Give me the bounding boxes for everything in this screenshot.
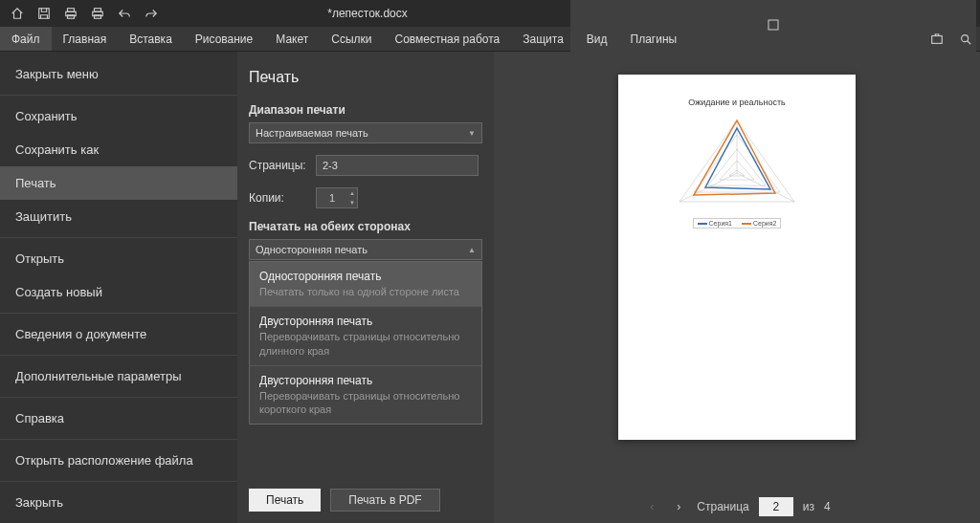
menu-save-as[interactable]: Сохранить как bbox=[0, 133, 237, 166]
page-navigator: ‹ › Страница из 4 bbox=[494, 490, 980, 523]
tab-plugins[interactable]: Плагины bbox=[619, 27, 689, 51]
menu-open[interactable]: Открыть bbox=[0, 242, 237, 275]
page-label: Страница bbox=[697, 500, 748, 513]
minimize-button[interactable]: — bbox=[756, 0, 791, 6]
tab-bar: Файл Главная Вставка Рисование Макет Ссы… bbox=[0, 27, 980, 52]
menu-save[interactable]: Сохранить bbox=[0, 99, 237, 133]
copies-label: Копии: bbox=[249, 191, 306, 205]
svg-rect-3 bbox=[68, 15, 75, 19]
radar-chart bbox=[665, 111, 809, 216]
menu-doc-info[interactable]: Сведения о документе bbox=[0, 317, 237, 351]
quickprint-icon[interactable] bbox=[84, 0, 111, 27]
tab-file[interactable]: Файл bbox=[0, 27, 52, 51]
page-input[interactable] bbox=[759, 497, 793, 516]
svg-rect-8 bbox=[932, 35, 943, 43]
page-total: 4 bbox=[824, 500, 831, 513]
tab-home[interactable]: Главная bbox=[52, 27, 119, 51]
preview-pane: Ожидание и реальность bbox=[494, 52, 980, 523]
home-icon[interactable] bbox=[4, 0, 31, 27]
menu-create-new[interactable]: Создать новый bbox=[0, 275, 237, 309]
spin-up-icon[interactable]: ▲ bbox=[347, 188, 357, 198]
sides-option-3[interactable]: Двусторонняя печать Переворачивать стран… bbox=[250, 366, 481, 425]
chevron-down-icon: ▼ bbox=[468, 129, 476, 138]
next-page-button[interactable]: › bbox=[670, 498, 687, 515]
tab-collab[interactable]: Совместная работа bbox=[383, 27, 511, 51]
sides-select[interactable]: Односторонняя печать ▲ bbox=[249, 239, 482, 260]
sides-dropdown: Односторонняя печать Печатать только на … bbox=[249, 261, 482, 425]
range-value: Настраиваемая печать bbox=[256, 127, 368, 139]
pages-label: Страницы: bbox=[249, 159, 306, 172]
file-menu-sidebar: Закрыть меню Сохранить Сохранить как Печ… bbox=[0, 52, 237, 523]
undo-icon[interactable] bbox=[111, 0, 138, 27]
sides-label: Печатать на обеих сторонах bbox=[249, 220, 482, 233]
svg-point-9 bbox=[962, 34, 969, 41]
sides-option-2[interactable]: Двусторонняя печать Переворачивать стран… bbox=[250, 307, 481, 366]
menu-open-location[interactable]: Открыть расположение файла bbox=[0, 444, 237, 477]
menu-help[interactable]: Справка bbox=[0, 402, 237, 435]
menu-close-doc[interactable]: Закрыть bbox=[0, 486, 237, 519]
range-select[interactable]: Настраиваемая печать ▼ bbox=[249, 122, 482, 143]
open-location-icon[interactable] bbox=[923, 27, 951, 51]
print-button[interactable]: Печать bbox=[249, 489, 321, 512]
tab-references[interactable]: Ссылки bbox=[320, 27, 383, 51]
chevron-up-icon: ▲ bbox=[468, 246, 476, 254]
tab-protect[interactable]: Защита bbox=[511, 27, 575, 51]
page-of-label: из bbox=[803, 500, 814, 513]
prev-page-button[interactable]: ‹ bbox=[643, 498, 660, 515]
tab-layout[interactable]: Макет bbox=[264, 27, 320, 51]
redo-icon[interactable] bbox=[138, 0, 165, 27]
titlebar: *лепесток.docx 1 — ✕ bbox=[0, 0, 980, 27]
save-icon[interactable] bbox=[31, 0, 57, 27]
menu-advanced[interactable]: Дополнительные параметры bbox=[0, 360, 237, 393]
menu-print[interactable]: Печать bbox=[0, 166, 237, 200]
pages-input[interactable] bbox=[316, 155, 479, 176]
spin-down-icon[interactable]: ▼ bbox=[347, 198, 357, 207]
print-icon[interactable] bbox=[57, 0, 84, 27]
copies-spinner[interactable]: 1 ▲▼ bbox=[316, 187, 358, 208]
tab-draw[interactable]: Рисование bbox=[184, 27, 264, 51]
chart-legend: Серия1 Серия2 bbox=[693, 218, 782, 229]
page-preview: Ожидание и реальность bbox=[618, 75, 856, 440]
chart-title: Ожидание и реальность bbox=[688, 98, 786, 107]
tab-insert[interactable]: Вставка bbox=[118, 27, 184, 51]
tab-view[interactable]: Вид bbox=[575, 27, 619, 51]
sides-option-1[interactable]: Односторонняя печать Печатать только на … bbox=[250, 262, 481, 307]
menu-protect[interactable]: Защитить bbox=[0, 200, 237, 233]
range-label: Диапазон печати bbox=[249, 103, 482, 117]
print-heading: Печать bbox=[249, 69, 482, 86]
document-title: *лепесток.docx bbox=[165, 7, 570, 20]
menu-close[interactable]: Закрыть меню bbox=[0, 57, 237, 91]
sides-value: Односторонняя печать bbox=[256, 244, 368, 255]
search-icon[interactable] bbox=[951, 27, 980, 51]
print-panel: Печать Диапазон печати Настраиваемая печ… bbox=[237, 52, 494, 523]
print-pdf-button[interactable]: Печать в PDF bbox=[330, 489, 439, 512]
svg-line-16 bbox=[737, 173, 794, 202]
svg-rect-6 bbox=[95, 15, 101, 19]
copies-value: 1 bbox=[317, 192, 347, 204]
